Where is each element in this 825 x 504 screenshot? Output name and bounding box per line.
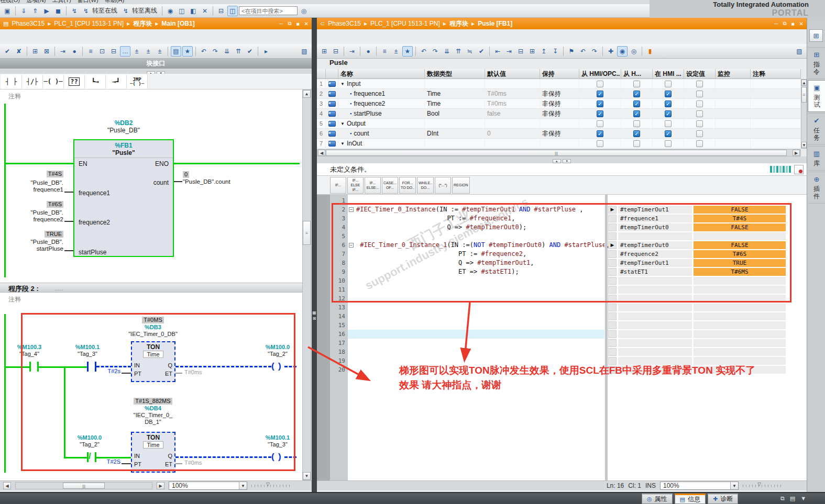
watch-marker[interactable] <box>608 321 617 329</box>
data-type-cell[interactable] <box>425 79 485 88</box>
code-line[interactable]: Q => #tempTimerOut0); <box>348 223 604 232</box>
checkbox-cell[interactable] <box>684 89 716 98</box>
info-tab[interactable]: ▤信息 <box>675 494 706 504</box>
watch-value[interactable] <box>694 304 786 311</box>
code-line[interactable]: − #IEC_Timer_0_Instance_1(IN :=(NOT #tem… <box>348 241 604 250</box>
data-type-cell[interactable] <box>425 139 485 148</box>
table-row[interactable]: 1▼Input <box>317 79 801 89</box>
chevron-down-icon[interactable]: ▼ <box>730 482 738 489</box>
checkbox-icon[interactable] <box>597 120 603 127</box>
save-project-icon[interactable]: ▣ <box>2 6 13 16</box>
watch-variable-name[interactable]: #frequence1 <box>618 215 692 222</box>
float-button[interactable]: ⧉ <box>288 20 291 27</box>
absolute-operands-icon[interactable]: ± <box>391 46 401 57</box>
close-branch-icon[interactable]: →┛ <box>106 74 127 89</box>
watch-marker[interactable]: ▶ <box>608 241 617 249</box>
open-branch-icon[interactable]: ┗→ <box>85 74 106 89</box>
checkbox-checked-icon[interactable] <box>597 100 603 107</box>
timer1-pin-in[interactable]: IN <box>134 362 140 368</box>
column-header[interactable]: 数据类型 <box>425 69 485 79</box>
checkbox-cell[interactable] <box>684 99 716 108</box>
in2-operand-db[interactable]: "Pusle_DB". <box>3 209 63 216</box>
checkbox-cell[interactable] <box>653 119 684 128</box>
nc-contact-tag2-label[interactable]: %M100.0 "Tag_2" <box>73 434 106 448</box>
network-overview-icon[interactable]: ≡ <box>85 46 96 57</box>
table-row[interactable]: 2▪frequence1TimeT#0ms非保持 <box>317 89 801 99</box>
checkbox-checked-icon[interactable] <box>633 130 640 137</box>
toggle-comments-icon[interactable]: … <box>120 46 130 57</box>
favorites-icon[interactable]: ★ <box>402 46 413 57</box>
checkbox-cell[interactable] <box>653 109 684 118</box>
snippet-for[interactable]: FOR...TO DO.. <box>399 177 416 194</box>
in2-operand-member[interactable]: frequence2 <box>3 216 63 223</box>
accept-changes-icon[interactable]: ✔ <box>245 46 255 57</box>
lad-zoom-slider[interactable]: ▽ <box>251 483 292 489</box>
expand-all-icon[interactable]: ⊞ <box>527 46 537 57</box>
jmp-coil-icon[interactable]: JMP─( )─ <box>127 74 148 89</box>
snippet-if[interactable]: IF... <box>330 177 346 194</box>
column-header[interactable]: 从 HMI/OPC.. <box>579 69 621 79</box>
scroll-right-icon[interactable]: ▶ <box>793 150 800 156</box>
column-header[interactable]: 默认值 <box>485 69 540 79</box>
checkbox-checked-icon[interactable] <box>665 91 672 97</box>
checkbox-cell[interactable] <box>579 129 621 138</box>
checkbox-icon[interactable] <box>696 130 703 137</box>
breadcrumb-item[interactable]: Phase3C15 <box>12 20 45 27</box>
in1-operand-member[interactable]: frequence1 <box>3 186 63 193</box>
table-row[interactable]: 5▼Output <box>317 119 801 129</box>
column-header[interactable] <box>326 69 338 79</box>
watch-variable-name[interactable] <box>618 312 692 320</box>
open-window-icon[interactable]: ◫ <box>177 6 187 16</box>
instance-db-name[interactable]: "Pusle_DB" <box>73 127 174 134</box>
in1-operand-db[interactable]: "Pusle_DB". <box>3 180 63 186</box>
expand-networks-icon[interactable]: ⊡ <box>97 46 107 57</box>
checkbox-cell[interactable] <box>579 139 621 148</box>
table-row[interactable]: 6▪countDInt0非保持 <box>317 129 801 139</box>
checkbox-checked-icon[interactable] <box>597 130 603 137</box>
pin-en[interactable]: EN <box>79 160 87 167</box>
lad-zoom-select[interactable]: 100% ▼ <box>169 481 247 490</box>
online-diagnostics-icon[interactable]: ◉ <box>165 6 175 16</box>
menu-bar-clipped[interactable]: 在线(O) 选项(N) 工具(T) 窗口(W) 帮助(H) <box>0 0 650 4</box>
scl-zoom-select[interactable]: 100% ▼ <box>660 481 739 490</box>
snippet-if-elseif[interactable]: IF...ELSEIF... <box>347 177 364 194</box>
goto-next-error-icon[interactable]: ⇥ <box>58 46 68 57</box>
code-line[interactable]: −#IEC_Timer_0_Instance(IN := #tempTimerO… <box>348 205 604 214</box>
watch-value[interactable] <box>694 312 786 320</box>
checkbox-checked-icon[interactable] <box>633 100 640 107</box>
coil-tag2-label[interactable]: %M100.0 "Tag_2" <box>259 344 296 357</box>
prev-bookmark-icon[interactable]: ↥ <box>538 46 549 57</box>
insert-network-icon[interactable]: ⊞ <box>30 46 40 57</box>
network2-header[interactable]: 程序段 2 : ..... <box>0 283 302 293</box>
breadcrumb-item[interactable]: 程序块 <box>133 19 152 28</box>
checkbox-cell[interactable] <box>579 89 621 98</box>
column-header[interactable]: 从 H... <box>621 69 653 79</box>
snippet-if-else[interactable]: IF...ELSE... <box>365 177 381 194</box>
more-commands-icon[interactable]: ▸ <box>261 46 271 57</box>
split-horizontal-icon[interactable]: ⊟ <box>216 6 226 16</box>
collapse-all-icon[interactable]: ⊟ <box>515 46 526 57</box>
contact-tag3-bar[interactable] <box>87 362 89 372</box>
tab-libraries[interactable]: ▥库 <box>808 146 825 171</box>
column-header[interactable]: 在 HMI ... <box>653 69 684 79</box>
lad-vscrollbar[interactable]: ▲ ≡ ▼ <box>302 89 311 480</box>
split-vertical-icon[interactable]: ◫ <box>227 6 238 16</box>
no-contact-icon[interactable]: ┤ ├ <box>1 74 22 89</box>
comment-cell[interactable] <box>751 139 801 148</box>
checkbox-icon[interactable] <box>633 81 640 87</box>
keep-actual-values-icon[interactable]: ● <box>69 46 80 57</box>
watch-variable-name[interactable]: #statET1 <box>618 268 692 276</box>
go-online-button-label[interactable]: 转至在线 <box>92 6 117 15</box>
code-line[interactable] <box>348 312 604 321</box>
column-header[interactable]: 名称 <box>338 69 425 79</box>
favorites-toggle-icon[interactable]: ★ <box>182 46 193 57</box>
close-button[interactable]: ✕ <box>304 21 309 27</box>
coil-tag3-open[interactable]: ( <box>271 452 274 462</box>
expand-down-icon[interactable]: ▼ <box>800 495 806 502</box>
checkbox-cell[interactable] <box>621 89 653 98</box>
monitor-settings-icon[interactable]: ✚ <box>606 46 616 57</box>
sync-icon[interactable]: ≒ <box>465 46 475 57</box>
breadcrumb-item[interactable]: Pusle [FB1] <box>478 20 512 27</box>
watch-value[interactable] <box>694 330 786 338</box>
variable-name-cell[interactable]: ▪frequence2 <box>338 99 425 108</box>
